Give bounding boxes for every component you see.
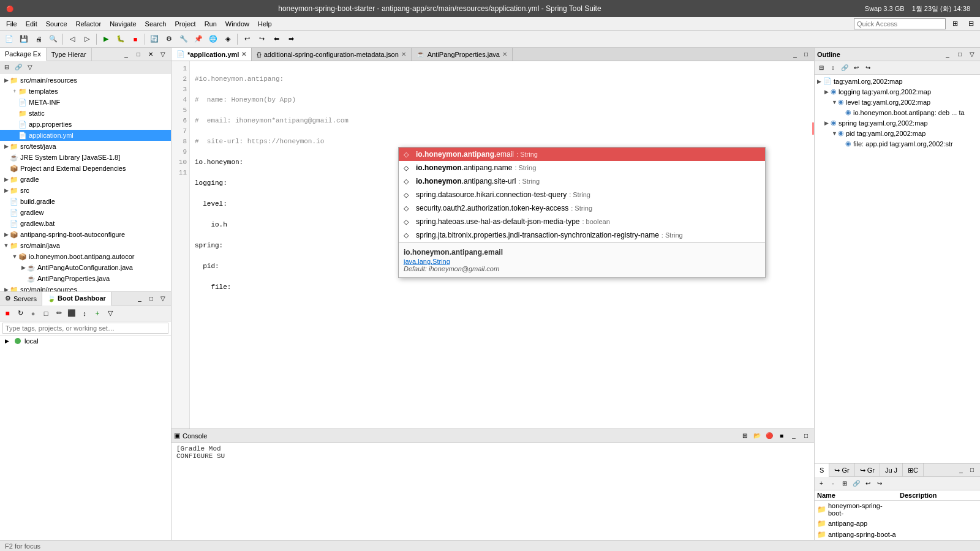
toolbar-extra1[interactable]: 🔧 — [177, 32, 190, 46]
tree-item-16[interactable]: ▼📦io.honeymon.boot.antipang.autocor — [0, 251, 171, 262]
toolbar-settings[interactable]: ⚙ — [162, 32, 176, 46]
ac-item-3[interactable]: ◇ spring.datasource.hikari.connection-te… — [399, 188, 765, 201]
tab-type-hierarchy[interactable]: Type Hierar — [47, 48, 92, 61]
outline-item-4[interactable]: ▶◉spring tag:yaml.org,2002:map — [815, 118, 980, 128]
menu-edit[interactable]: Edit — [22, 19, 41, 29]
menu-file[interactable]: File — [2, 19, 21, 29]
servers-btn4[interactable]: □ — [40, 307, 52, 320]
tree-item-9[interactable]: ▶📁gradle — [0, 174, 171, 185]
br-toolbar-expand[interactable]: ⊞ — [839, 478, 850, 489]
outline-item-3[interactable]: ◉io.honeymon.boot.antipang: deb ... ta — [815, 107, 980, 118]
servers-menu-btn[interactable]: ▽ — [157, 293, 168, 304]
servers-btn7[interactable]: ↕ — [78, 307, 91, 320]
minimize-left-btn[interactable]: _ — [121, 49, 132, 60]
outline-toolbar-btn5[interactable]: ↪ — [862, 62, 873, 73]
br-tab-juj[interactable]: Ju J — [880, 463, 903, 477]
ac-item-2[interactable]: ◇ io.honeymon.antipang.site-url : String — [399, 174, 765, 188]
outline-item-5[interactable]: ▼◉pid tag:yaml.org,2002:map — [815, 128, 980, 138]
code-editor-area[interactable]: 12345 67891011 #io.honeymon.antipang: # … — [172, 61, 814, 429]
outline-menu-btn[interactable]: ▽ — [967, 49, 978, 60]
br-toolbar-back[interactable]: ↩ — [862, 478, 873, 489]
close-left-btn[interactable]: ✕ — [145, 49, 156, 60]
outline-item-2[interactable]: ▼◉level tag:yaml.org,2002:map — [815, 97, 980, 107]
menu-project[interactable]: Project — [171, 19, 199, 29]
quick-access-input[interactable] — [854, 18, 946, 29]
outline-toolbar-btn2[interactable]: ↕ — [827, 62, 839, 73]
console-minimize-btn[interactable]: _ — [788, 430, 799, 441]
toolbar-run[interactable]: ▶ — [99, 32, 113, 46]
tree-item-7[interactable]: ☕JRE System Library [JavaSE-1.8] — [0, 152, 171, 163]
outline-toolbar-btn4[interactable]: ↩ — [851, 62, 862, 73]
outline-toolbar-btn3[interactable]: 🔗 — [839, 62, 850, 73]
ac-item-1[interactable]: ◇ io.honeymon.antipang.name : String — [399, 161, 765, 174]
toolbar-search[interactable]: 🔍 — [47, 32, 60, 46]
tree-item-3[interactable]: 📁static — [0, 108, 171, 119]
tab-additional-config[interactable]: {} additional-spring-configuration-metad… — [252, 48, 412, 61]
console-open-file-btn[interactable]: 📂 — [752, 430, 763, 441]
toolbar-save[interactable]: 💾 — [17, 32, 31, 46]
outline-toolbar-btn1[interactable]: ⊟ — [816, 62, 827, 73]
toolbar-stop[interactable]: ■ — [129, 32, 142, 46]
boot-dashboard-tab[interactable]: 🍃 Boot Dashboar — [42, 292, 111, 305]
tab-package-explorer[interactable]: Package Ex — [0, 48, 47, 61]
br-toolbar-link[interactable]: 🔗 — [851, 478, 862, 489]
toolbar-back[interactable]: ⬅ — [270, 32, 283, 46]
br-row-2[interactable]: 📁antipang-spring-boot-a — [815, 529, 980, 540]
ac-item-6[interactable]: ◇ spring.jta.bitronix.properties.jndi-tr… — [399, 228, 765, 242]
toolbar-print[interactable]: 🖨 — [32, 32, 45, 46]
console-maximize-btn[interactable]: □ — [801, 430, 812, 441]
tree-item-15[interactable]: ▼📁src/main/java — [0, 240, 171, 251]
br-tab-gr2[interactable]: ↪ Gr — [855, 463, 880, 477]
server-local-item[interactable]: ▶local — [0, 335, 171, 347]
toolbar-new[interactable]: 📄 — [2, 32, 16, 46]
tree-item-1[interactable]: +📁templates — [0, 86, 171, 97]
java-tab-close[interactable]: ✕ — [502, 51, 507, 58]
toolbar-undo[interactable]: ↩ — [240, 32, 254, 46]
filter-btn[interactable]: ▽ — [24, 62, 36, 73]
servers-add-btn[interactable]: + — [91, 307, 104, 320]
br-toolbar-remove[interactable]: - — [827, 478, 839, 489]
br-minimize-btn[interactable]: _ — [956, 465, 967, 476]
tree-item-5[interactable]: 📄application.yml — [0, 130, 171, 141]
br-toolbar-add[interactable]: + — [816, 478, 827, 489]
menu-left-btn[interactable]: ▽ — [157, 49, 168, 60]
tree-item-17[interactable]: ▶☕AntiPangAutoConfiguration.java — [0, 262, 171, 273]
toolbar-debug[interactable]: 🐛 — [114, 32, 127, 46]
ac-detail-link[interactable]: java.lang.String — [404, 258, 450, 265]
menu-refactor[interactable]: Refactor — [72, 19, 105, 29]
bottom-right-tabs[interactable]: S ↪ Gr ↪ Gr Ju J ⊞C _ □ — [815, 463, 980, 477]
console-clear-btn[interactable]: 🔴 — [764, 430, 775, 441]
perspective-button[interactable]: ⊞ — [948, 17, 962, 31]
toolbar-prev[interactable]: ◁ — [66, 32, 79, 46]
toolbar-redo[interactable]: ↪ — [255, 32, 268, 46]
servers-btn3[interactable]: ● — [27, 307, 39, 320]
tree-item-12[interactable]: 📄gradlew — [0, 207, 171, 218]
maximize-left-btn[interactable]: □ — [133, 49, 144, 60]
tree-item-18[interactable]: ☕AntiPangProperties.java — [0, 273, 171, 284]
tree-item-4[interactable]: 📄app.properties — [0, 119, 171, 130]
toolbar-refresh[interactable]: 🔄 — [148, 32, 161, 46]
outline-maximize-btn[interactable]: □ — [954, 49, 965, 60]
yaml-tab-close[interactable]: ✕ — [241, 51, 246, 58]
ac-item-4[interactable]: ◇ security.oauth2.authorization.token-ke… — [399, 201, 765, 215]
outline-minimize-btn[interactable]: _ — [942, 49, 953, 60]
window-icons-left[interactable]: 🔴 — [5, 4, 15, 13]
stop-server-btn[interactable]: ■ — [1, 307, 13, 320]
menu-source[interactable]: Source — [42, 19, 71, 29]
menu-search[interactable]: Search — [141, 19, 170, 29]
servers-minimize-btn[interactable]: _ — [134, 293, 145, 304]
outline-item-0[interactable]: ▶📄tag:yaml.org,2002:map — [815, 76, 980, 86]
servers-tab-label[interactable]: Servers — [13, 295, 37, 302]
tree-item-8[interactable]: 📦Project and External Dependencies — [0, 163, 171, 174]
br-row-1[interactable]: 📁antipang-app — [815, 518, 980, 529]
outline-tree[interactable]: ▶📄tag:yaml.org,2002:map▶◉logging tag:yam… — [815, 75, 980, 463]
tree-item-10[interactable]: ▶📁src — [0, 185, 171, 196]
br-maximize-btn[interactable]: □ — [967, 465, 978, 476]
tree-item-13[interactable]: 📄gradlew.bat — [0, 218, 171, 229]
tags-search-input[interactable] — [2, 323, 168, 334]
servers-down-btn[interactable]: ▽ — [104, 307, 116, 320]
menu-window[interactable]: Window — [222, 19, 253, 29]
br-toolbar-forward[interactable]: ↪ — [874, 478, 885, 489]
open-perspective-button[interactable]: ⊟ — [964, 17, 978, 31]
toolbar-extra4[interactable]: ◈ — [221, 32, 235, 46]
